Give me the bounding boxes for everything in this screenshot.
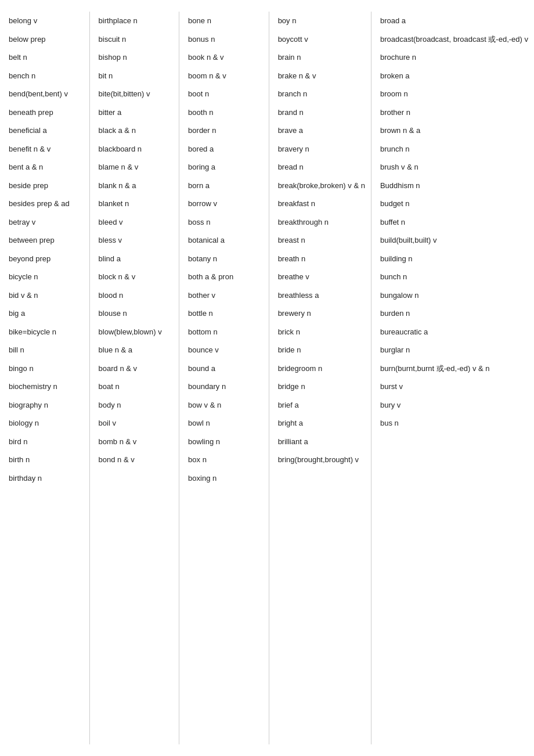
word-entry: boil v: [99, 414, 174, 433]
word-entry: bridegroom n: [278, 359, 365, 378]
word-entry: bone n: [188, 12, 263, 30]
word-entry: box n: [188, 451, 263, 469]
word-entry: burden n: [380, 304, 528, 323]
word-entry: breathless a: [278, 286, 365, 305]
word-entry: bit n: [99, 67, 174, 85]
word-entry: bring(brought,brought) v: [278, 451, 365, 469]
word-entry: brush v & n: [380, 158, 528, 177]
word-entry: brunch n: [380, 140, 528, 159]
word-entry: bus n: [380, 414, 528, 433]
word-entry: blood n: [99, 286, 174, 305]
word-entry: book n & v: [188, 48, 263, 67]
word-entry: bungalow n: [380, 286, 528, 305]
word-entry: bike=bicycle n: [9, 323, 84, 341]
word-entry: brand n: [278, 103, 365, 122]
word-entry: botany n: [188, 250, 263, 268]
word-entry: brief a: [278, 396, 365, 415]
word-entry: birth n: [9, 451, 84, 469]
word-entry: birthplace n: [99, 12, 174, 30]
word-entry: breathe v: [278, 268, 365, 286]
word-entry: bomb n & v: [99, 433, 174, 451]
word-entry: bow v & n: [188, 396, 263, 415]
word-entry: bleed v: [99, 213, 174, 232]
word-entry: biography n: [9, 396, 84, 415]
word-entry: brewery n: [278, 304, 365, 323]
word-entry: buffet n: [380, 213, 528, 232]
word-entry: bowl n: [188, 414, 263, 433]
word-entry: bonus n: [188, 30, 263, 49]
word-entry: bunch n: [380, 268, 528, 286]
word-entry: blame n & v: [99, 158, 174, 177]
word-entry: biology n: [9, 414, 84, 433]
word-entry: blanket n: [99, 195, 174, 213]
word-entry: blue n & a: [99, 341, 174, 359]
word-entry: broom n: [380, 85, 528, 103]
word-entry: boy n: [278, 12, 365, 30]
word-entry: biochemistry n: [9, 377, 84, 396]
word-entry: bravery n: [278, 140, 365, 159]
word-entry: between prep: [9, 231, 84, 250]
word-entry: blank n & a: [99, 177, 174, 195]
word-entry: bicycle n: [9, 268, 84, 286]
word-entry: both a & pron: [188, 268, 263, 286]
word-entry: beside prep: [9, 177, 84, 195]
word-entry: boundary n: [188, 377, 263, 396]
word-entry: beneficial a: [9, 121, 84, 140]
column-1: belong vbelow prepbelt nbench nbend(bent…: [0, 12, 90, 744]
word-entry: bother v: [188, 286, 263, 305]
word-entry: breakthrough n: [278, 213, 365, 232]
word-entry: broad a: [380, 12, 528, 30]
word-entry: belong v: [9, 12, 84, 30]
word-entry: board n & v: [99, 359, 174, 378]
page: belong vbelow prepbelt nbench nbend(bent…: [0, 0, 534, 756]
column-2: birthplace nbiscuit nbishop nbit nbite(b…: [90, 12, 180, 744]
word-entry: betray v: [9, 213, 84, 232]
word-entry: boss n: [188, 213, 263, 232]
word-entry: burst v: [380, 377, 528, 396]
word-entry: block n & v: [99, 268, 174, 286]
word-entry: bond n & v: [99, 451, 174, 469]
word-entry: boot n: [188, 85, 263, 103]
word-entry: biscuit n: [99, 30, 174, 49]
word-entry: boycott v: [278, 30, 365, 49]
word-entry: bound a: [188, 359, 263, 378]
word-entry: bright a: [278, 414, 365, 433]
word-entry: belt n: [9, 48, 84, 67]
word-entry: brown n & a: [380, 121, 528, 140]
word-entry: brick n: [278, 323, 365, 341]
word-entry: birthday n: [9, 469, 84, 488]
word-entry: bingo n: [9, 359, 84, 378]
word-entry: bent a & n: [9, 158, 84, 177]
word-entry: benefit n & v: [9, 140, 84, 159]
word-entry: bless v: [99, 231, 174, 250]
word-entry: burglar n: [380, 341, 528, 359]
word-entry: bishop n: [99, 48, 174, 67]
word-entry: bride n: [278, 341, 365, 359]
column-3: bone nbonus nbook n & vboom n & vboot nb…: [179, 12, 269, 744]
word-entry: breakfast n: [278, 195, 365, 213]
word-entry: bite(bit,bitten) v: [99, 85, 174, 103]
word-entry: bitter a: [99, 103, 174, 122]
word-entry: bench n: [9, 67, 84, 85]
word-entry: bird n: [9, 433, 84, 451]
word-entry: build(built,built) v: [380, 231, 528, 250]
word-entry: brain n: [278, 48, 365, 67]
word-entry: boat n: [99, 377, 174, 396]
word-entry: blackboard n: [99, 140, 174, 159]
word-entry: beneath prep: [9, 103, 84, 122]
word-entry: blouse n: [99, 304, 174, 323]
word-entry: botanical a: [188, 231, 263, 250]
column-5: broad abroadcast(broadcast, broadcast 或-…: [371, 12, 534, 744]
word-entry: brave a: [278, 121, 365, 140]
word-entry: big a: [9, 304, 84, 323]
word-entry: bowling n: [188, 433, 263, 451]
word-entry: bend(bent,bent) v: [9, 85, 84, 103]
word-entry: brilliant a: [278, 433, 365, 451]
word-entry: below prep: [9, 30, 84, 49]
word-entry: beyond prep: [9, 250, 84, 268]
word-entry: bottle n: [188, 304, 263, 323]
word-entry: boxing n: [188, 469, 263, 488]
word-entry: bridge n: [278, 377, 365, 396]
word-entry: building n: [380, 250, 528, 268]
word-entry: besides prep & ad: [9, 195, 84, 213]
